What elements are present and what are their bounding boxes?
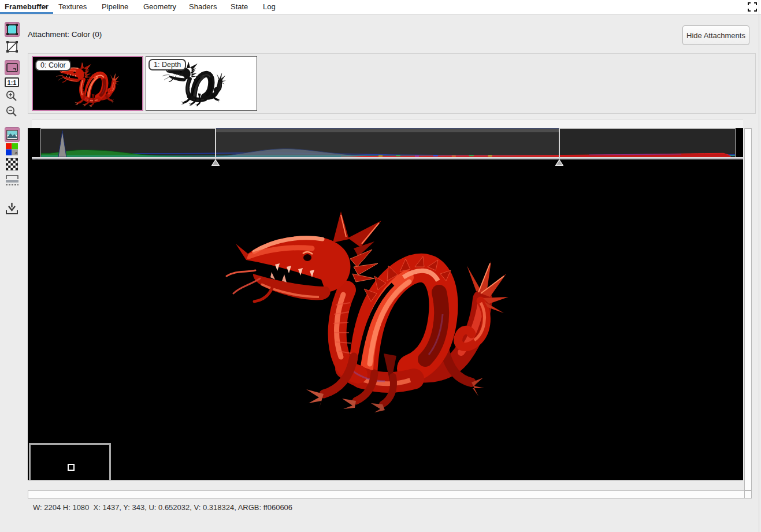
minimap-view-rect [68,464,75,471]
range-right-box [559,128,736,158]
tab-bar: Framebuffer × Textures Pipeline Geometry… [0,0,761,14]
zoom-out-icon[interactable] [6,106,18,118]
row-range-icon[interactable] [5,174,19,187]
range-control-background [32,119,743,128]
fit-glyph [6,63,18,72]
image-glyph [6,130,18,140]
fit-to-window-icon[interactable] [5,60,20,75]
tab-state[interactable]: State [231,2,248,11]
tab-close-icon[interactable]: × [43,2,47,11]
tab-geometry[interactable]: Geometry [143,2,176,11]
display-image-icon[interactable] [5,127,20,142]
window-edge [759,0,759,532]
attachment-label: Attachment: Color (0) [28,30,102,39]
range-baseline [32,157,743,159]
range-selected-region [216,132,559,157]
white-point-handle[interactable] [555,159,563,166]
diagonal-glyph [6,40,18,53]
fullscreen-icon[interactable] [748,2,757,12]
tab-framebuffer[interactable]: Framebuffer [5,2,49,11]
attachment-thumbnail-strip: 0: Color 1: Depth [28,53,756,114]
black-point-line [215,128,216,159]
black-point-handle[interactable] [211,159,220,166]
rgba-channels-icon[interactable]: a [6,143,18,155]
tab-textures[interactable]: Textures [58,2,87,11]
svg-text:a: a [15,150,18,155]
zoom-in-icon[interactable] [6,90,18,102]
background-color-swatch-icon[interactable] [5,22,20,37]
framebuffer-window: Framebuffer × Textures Pipeline Geometry… [0,0,761,532]
pixel-status-text: W: 2204 H: 1080 X: 1437, Y: 343, U: 0.65… [33,503,292,512]
horizontal-scrollbar[interactable] [28,490,752,498]
no-background-diagonal-icon[interactable] [5,39,20,54]
save-texture-icon[interactable] [5,202,18,215]
rendered-dragon-image [220,206,508,414]
thumbnail-depth-attachment[interactable]: 1: Depth [146,56,257,111]
range-left-box [40,128,216,158]
thumbnail-color-attachment[interactable]: 0: Color [32,56,143,111]
actual-size-icon[interactable]: 1:1 [5,77,19,87]
alpha-checkerboard-icon[interactable] [6,158,18,170]
active-tab-underline [0,12,53,14]
viewport-lower-strip [28,480,743,490]
white-point-line [559,128,560,159]
thumbnail-badge: 0: Color [35,59,71,71]
tab-pipeline[interactable]: Pipeline [102,2,128,11]
vertical-scrollbar[interactable] [744,128,752,490]
tab-log[interactable]: Log [263,2,276,11]
swatch-glyph [6,23,18,36]
tab-shaders[interactable]: Shaders [189,2,217,11]
scrollbar-corner [744,490,752,498]
thumbnail-badge: 1: Depth [149,59,186,70]
hide-attachments-button[interactable]: Hide Attachments [682,25,749,45]
